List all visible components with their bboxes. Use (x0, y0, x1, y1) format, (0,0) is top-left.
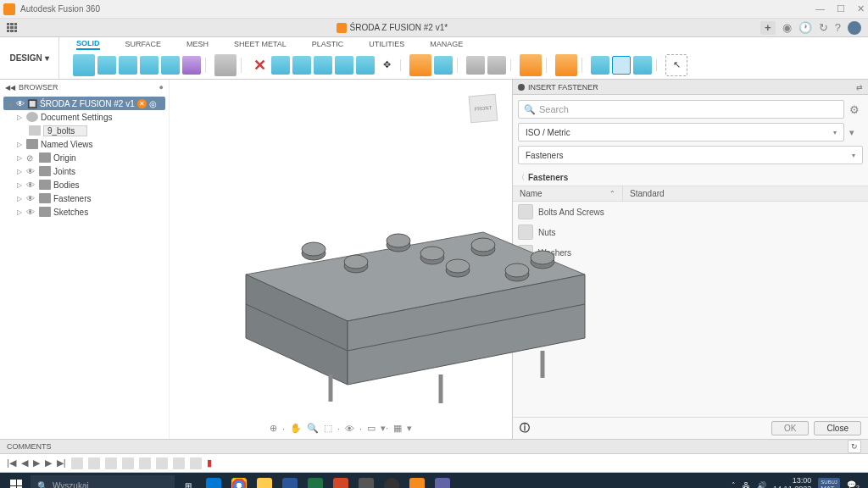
app-word[interactable] (278, 475, 302, 488)
app-fusion[interactable] (405, 475, 429, 488)
job-status-icon[interactable]: ↻ (819, 21, 828, 34)
app-teams[interactable] (431, 475, 454, 488)
tree-fasteners[interactable]: ▷👁Fasteners (3, 191, 165, 205)
insert-fastener-icon[interactable] (612, 56, 631, 75)
grid-icon[interactable]: ▦ (393, 423, 402, 434)
delete-icon[interactable]: ✕ (250, 56, 269, 75)
tray-clock[interactable]: 13:00 14.11.2023 (773, 477, 811, 488)
new-tab-button[interactable]: + (760, 21, 776, 35)
tray-notifications-icon[interactable]: 💬2 (847, 480, 860, 488)
panel-header[interactable]: INSERT FASTENER ⇄ (513, 80, 868, 95)
app-explorer[interactable] (253, 475, 276, 488)
notifications-icon[interactable]: 🕐 (798, 21, 812, 34)
maximize-button[interactable]: ☐ (837, 3, 845, 14)
user-avatar[interactable] (848, 21, 861, 35)
tab-surface[interactable]: SURFACE (125, 40, 162, 48)
tree-named-views[interactable]: ▷Named Views (3, 137, 165, 151)
model-3d[interactable] (220, 139, 610, 410)
insert-decal-icon[interactable] (633, 56, 652, 75)
configure-icon[interactable] (466, 56, 485, 75)
fillet-icon[interactable] (292, 56, 311, 75)
tray-chevron-icon[interactable]: ˄ (732, 481, 736, 488)
timeline-play-icon[interactable]: ▶ (33, 458, 40, 469)
tray-volume-icon[interactable]: 🔊 (757, 481, 766, 488)
revolve-icon[interactable] (119, 56, 137, 75)
ok-button[interactable]: OK (771, 421, 809, 435)
browser-options-icon[interactable]: ● (159, 83, 164, 92)
timeline-feature-icon[interactable] (105, 458, 117, 469)
plane-icon[interactable] (520, 54, 542, 76)
extensions-icon[interactable]: ◉ (782, 21, 792, 34)
move-icon[interactable]: ✥ (377, 56, 396, 75)
timeline-feature-icon[interactable] (88, 458, 100, 469)
collapse-icon[interactable]: ◀◀ (5, 84, 15, 92)
fit-icon[interactable]: ⬚ (324, 423, 332, 434)
joint-icon[interactable] (409, 54, 431, 76)
tab-mesh[interactable]: MESH (186, 40, 209, 48)
app-generic[interactable] (354, 475, 378, 488)
comments-bar[interactable]: COMMENTS ● ↻ (0, 439, 868, 454)
sketch-icon[interactable] (73, 54, 95, 76)
timeline-next-icon[interactable]: ▶ (45, 458, 52, 469)
extrude-icon[interactable] (97, 56, 116, 75)
timeline-marker-icon[interactable]: ▮ (207, 458, 212, 469)
tree-joints[interactable]: ▷👁Joints (3, 164, 165, 178)
tab-manage[interactable]: MANAGE (430, 40, 463, 48)
app-powerpoint[interactable] (329, 475, 353, 488)
look-icon[interactable]: 👁 (345, 424, 354, 434)
workspace-switcher[interactable]: DESIGN ▾ (0, 37, 59, 79)
tree-bolts-config[interactable]: 9_bolts (3, 124, 165, 137)
help-icon[interactable]: ? (835, 21, 841, 34)
refresh-button[interactable]: ↻ (848, 440, 861, 453)
viewcube-face[interactable]: FRONT (469, 94, 498, 124)
timeline-prev-icon[interactable]: ◀ (21, 458, 28, 469)
tab-solid[interactable]: SOLID (76, 39, 100, 50)
orbit-icon[interactable]: ⊕ (270, 423, 277, 434)
tab-sheet-metal[interactable]: SHEET METAL (234, 40, 287, 48)
tree-root[interactable]: ◢👁🔲 ŚRODA Z FUSION #2 v1 ✕ ◎ (3, 97, 165, 110)
split-icon[interactable] (356, 56, 375, 75)
tree-sketches[interactable]: ▷👁Sketches (3, 205, 165, 219)
info-icon[interactable]: ⓘ (520, 421, 530, 435)
viewport[interactable]: FRONT (170, 80, 512, 439)
configure2-icon[interactable] (487, 56, 506, 75)
task-view-icon[interactable]: ⊞ (176, 475, 200, 488)
browser-header[interactable]: ◀◀ BROWSER ● (0, 80, 169, 95)
zoom-icon[interactable]: 🔍 (307, 423, 319, 434)
form-icon[interactable] (182, 56, 201, 75)
timeline-feature-icon[interactable] (156, 458, 168, 469)
search-input[interactable]: 🔍 Search (518, 100, 844, 119)
timeline-feature-icon[interactable] (139, 458, 151, 469)
display-icon[interactable]: ▭ (367, 423, 376, 434)
tab-utilities[interactable]: UTILITIES (369, 40, 404, 48)
pan-icon[interactable]: ✋ (290, 423, 302, 434)
tab-plastic[interactable]: PLASTIC (312, 40, 344, 48)
tray-network-icon[interactable]: 🖧 (743, 481, 750, 488)
timeline-feature-icon[interactable] (71, 458, 83, 469)
tray-mat-badge[interactable]: SUBUJ MAT (818, 478, 840, 489)
data-panel-icon[interactable] (7, 23, 17, 33)
app-excel[interactable] (303, 475, 327, 488)
timeline-feature-icon[interactable] (122, 458, 134, 469)
app-outlook[interactable] (202, 475, 225, 488)
tree-document-settings[interactable]: ▷Document Settings (3, 110, 165, 124)
start-button[interactable] (3, 475, 29, 488)
hole-icon[interactable] (161, 56, 180, 75)
tree-origin[interactable]: ▷⊘Origin (3, 151, 165, 164)
measure-icon[interactable] (555, 54, 577, 76)
combine-icon[interactable] (335, 56, 353, 75)
close-button[interactable]: Close (814, 421, 861, 435)
timeline-first-icon[interactable]: |◀ (7, 458, 16, 469)
minimize-button[interactable]: — (815, 3, 825, 14)
automate-icon[interactable] (214, 54, 236, 76)
panel-move-icon[interactable]: ⇄ (856, 83, 863, 92)
column-standard[interactable]: Standard (623, 186, 868, 201)
select-icon[interactable]: ↖ (665, 54, 687, 76)
tree-bodies[interactable]: ▷👁Bodies (3, 178, 165, 191)
timeline-feature-icon[interactable] (173, 458, 185, 469)
press-pull-icon[interactable] (271, 56, 290, 75)
as-built-joint-icon[interactable] (434, 56, 453, 75)
timeline-feature-icon[interactable] (190, 458, 202, 469)
close-button[interactable]: ✕ (857, 3, 865, 14)
filter-icon[interactable]: ▾ (849, 123, 863, 141)
